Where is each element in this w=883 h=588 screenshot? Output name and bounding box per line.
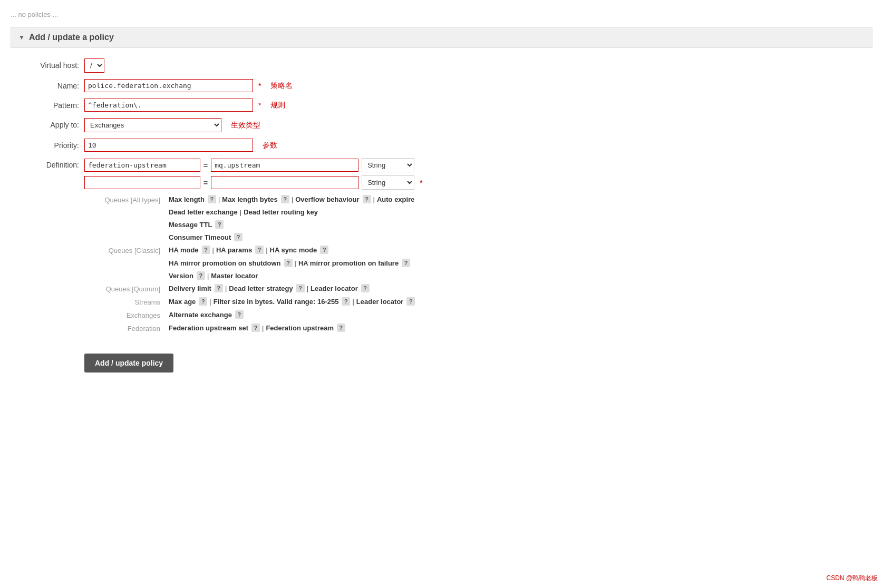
def-type-select-2[interactable]: String Number Boolean xyxy=(362,175,414,190)
hint-overflow-behaviour-badge[interactable]: ? xyxy=(363,195,371,203)
hints-queues-classic: Queues [Classic] HA mode ? | HA params ?… xyxy=(84,246,423,254)
hints-queues-all-row2: Dead letter exchange | Dead letter routi… xyxy=(84,208,423,216)
hints-queues-classic-label-2 xyxy=(84,259,169,260)
priority-row: Priority: 参数 xyxy=(16,139,867,152)
priority-input[interactable] xyxy=(84,139,253,152)
hint-dead-letter-routing-key[interactable]: Dead letter routing key xyxy=(244,208,318,216)
hint-message-ttl[interactable]: Message TTL xyxy=(169,221,212,229)
hint-ha-params-badge[interactable]: ? xyxy=(255,246,264,254)
hints-queues-quorum-label: Queues [Quorum] xyxy=(84,284,169,293)
pattern-row: Pattern: * 规则 xyxy=(16,99,867,112)
pattern-input[interactable] xyxy=(84,99,253,112)
hint-ha-mirror-failure-badge[interactable]: ? xyxy=(402,259,410,267)
hints-queues-all-label-3 xyxy=(84,220,169,221)
hint-ha-sync-mode-badge[interactable]: ? xyxy=(320,246,328,254)
hint-alternate-exchange-badge[interactable]: ? xyxy=(235,310,244,319)
hint-federation-upstream-badge[interactable]: ? xyxy=(337,324,345,332)
add-update-policy-button[interactable]: Add / update policy xyxy=(84,354,173,373)
section-header: ▼ Add / update a policy xyxy=(11,27,872,48)
hint-version[interactable]: Version xyxy=(169,272,193,280)
definition-control: = String Number Boolean = String Number xyxy=(84,158,423,337)
hint-consumer-timeout[interactable]: Consumer Timeout xyxy=(169,233,231,241)
hints-queues-all-row3: Message TTL ? xyxy=(84,220,423,229)
hints-queues-classic-items-3: Version ? | Master locator xyxy=(169,271,423,280)
def-val-input-1[interactable] xyxy=(211,159,358,172)
def-key-input-2[interactable] xyxy=(84,176,200,189)
hint-auto-expire[interactable]: Auto expire xyxy=(377,195,415,203)
virtual-host-label: Virtual host: xyxy=(16,58,84,70)
hint-ha-mirror-shutdown[interactable]: HA mirror promotion on shutdown xyxy=(169,259,281,267)
definition-label: Definition: xyxy=(16,158,84,169)
virtual-host-select[interactable]: / xyxy=(84,58,104,73)
hint-max-age[interactable]: Max age xyxy=(169,298,196,306)
hint-message-ttl-badge[interactable]: ? xyxy=(215,220,224,229)
hint-leader-locator-streams-badge[interactable]: ? xyxy=(406,297,415,306)
priority-control: 参数 xyxy=(84,139,277,152)
def-key-input-1[interactable] xyxy=(84,159,200,172)
def-type-select-1[interactable]: String Number Boolean xyxy=(362,158,414,172)
hint-dead-letter-exchange[interactable]: Dead letter exchange xyxy=(169,208,238,216)
hints-queues-all-items-2: Dead letter exchange | Dead letter routi… xyxy=(169,208,423,216)
hint-federation-upstream[interactable]: Federation upstream xyxy=(266,324,334,332)
name-label: Name: xyxy=(16,79,84,90)
hint-ha-mirror-shutdown-badge[interactable]: ? xyxy=(284,259,293,267)
hint-max-age-badge[interactable]: ? xyxy=(199,297,207,306)
hint-delivery-limit[interactable]: Delivery limit xyxy=(169,285,211,292)
hint-ha-sync-mode[interactable]: HA sync mode xyxy=(270,246,317,254)
hints-exchanges-items: Alternate exchange ? xyxy=(169,310,423,319)
hint-federation-upstream-set[interactable]: Federation upstream set xyxy=(169,324,248,332)
def-eq-2: = xyxy=(203,179,208,187)
hint-master-locator[interactable]: Master locator xyxy=(211,272,258,280)
apply-to-annotation: 生效类型 xyxy=(231,121,260,130)
hint-leader-locator-quorum[interactable]: Leader locator xyxy=(310,285,358,292)
def-eq-1: = xyxy=(203,161,208,170)
pattern-label: Pattern: xyxy=(16,99,84,110)
hints-queues-classic-items-2: HA mirror promotion on shutdown ? | HA m… xyxy=(169,259,423,267)
hint-max-length-bytes[interactable]: Max length bytes xyxy=(222,195,277,203)
hints-federation-items: Federation upstream set ? | Federation u… xyxy=(169,324,423,332)
name-required-star: * xyxy=(258,82,261,90)
no-policies-text: ... no policies ... xyxy=(11,11,872,18)
hint-leader-locator-quorum-badge[interactable]: ? xyxy=(361,284,370,292)
priority-label: Priority: xyxy=(16,139,84,150)
collapse-arrow[interactable]: ▼ xyxy=(18,34,25,41)
name-input[interactable] xyxy=(84,79,253,92)
hint-version-badge[interactable]: ? xyxy=(197,271,205,280)
hint-max-length-bytes-badge[interactable]: ? xyxy=(281,195,289,203)
hints-exchanges-label: Exchanges xyxy=(84,310,169,319)
hint-dead-letter-strategy-badge[interactable]: ? xyxy=(296,284,305,292)
hint-max-length[interactable]: Max length xyxy=(169,195,205,203)
priority-annotation: 参数 xyxy=(263,141,277,150)
hint-ha-params[interactable]: HA params xyxy=(216,246,252,254)
hint-overflow-behaviour[interactable]: Overflow behaviour xyxy=(295,195,359,203)
hint-ha-mode[interactable]: HA mode xyxy=(169,246,199,254)
hint-leader-locator-streams[interactable]: Leader locator xyxy=(356,298,404,306)
hints-streams-items: Max age ? | Filter size in bytes. Valid … xyxy=(169,297,423,306)
definition-rows: = String Number Boolean = String Number xyxy=(84,158,423,190)
def-val-input-2[interactable] xyxy=(211,176,358,189)
hints-queues-quorum-items: Delivery limit ? | Dead letter strategy … xyxy=(169,284,423,292)
hint-filter-size-badge[interactable]: ? xyxy=(342,297,350,306)
definition-row: Definition: = String Number Boolean = xyxy=(16,158,867,337)
hint-filter-size[interactable]: Filter size in bytes. Valid range: 16-25… xyxy=(214,298,339,306)
hints-exchanges: Exchanges Alternate exchange ? xyxy=(84,310,423,319)
hint-ha-mode-badge[interactable]: ? xyxy=(202,246,210,254)
hint-dead-letter-strategy[interactable]: Dead letter strategy xyxy=(229,285,293,292)
pattern-required-star: * xyxy=(258,101,261,110)
hint-alternate-exchange[interactable]: Alternate exchange xyxy=(169,311,232,319)
hint-max-length-badge[interactable]: ? xyxy=(208,195,216,203)
apply-to-select[interactable]: Exchanges Queues All xyxy=(84,118,221,132)
hint-ha-mirror-failure[interactable]: HA mirror promotion on failure xyxy=(298,259,399,267)
apply-to-control: Exchanges Queues All 生效类型 xyxy=(84,118,260,132)
def-required-star: * xyxy=(420,179,422,187)
hints-queues-all-label: Queues [All types] xyxy=(84,195,169,204)
submit-row: Add / update policy xyxy=(16,343,867,373)
hints-queues-quorum: Queues [Quorum] Delivery limit ? | Dead … xyxy=(84,284,423,293)
hint-consumer-timeout-badge[interactable]: ? xyxy=(234,233,242,241)
hints-queues-classic-row3: Version ? | Master locator xyxy=(84,271,423,280)
definition-row-2: = String Number Boolean * xyxy=(84,175,423,190)
hints-queues-all-label-4 xyxy=(84,233,169,234)
hint-delivery-limit-badge[interactable]: ? xyxy=(215,284,223,292)
policy-form: Virtual host: / Name: * 策略名 Pattern: * 规… xyxy=(11,58,872,373)
hint-federation-upstream-set-badge[interactable]: ? xyxy=(251,324,260,332)
